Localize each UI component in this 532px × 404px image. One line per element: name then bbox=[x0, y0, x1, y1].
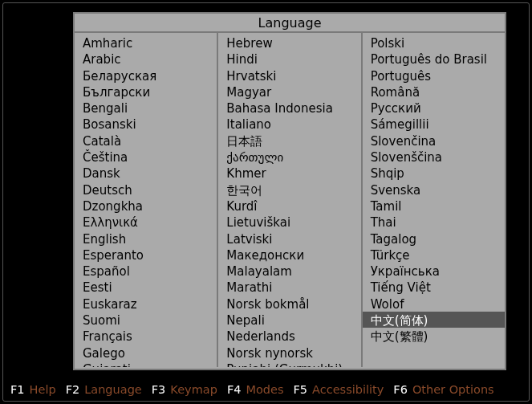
language-option[interactable]: Deutsch bbox=[75, 182, 217, 198]
footer-key-code: F3 bbox=[152, 383, 166, 396]
language-option[interactable]: Euskaraz bbox=[75, 296, 217, 312]
language-option[interactable]: Nepali bbox=[218, 312, 360, 328]
footer-key-f3[interactable]: F3Keymap bbox=[152, 383, 217, 396]
language-option[interactable]: Slovenščina bbox=[363, 149, 505, 165]
language-option[interactable]: Nederlands bbox=[218, 328, 360, 344]
language-option[interactable]: Français bbox=[75, 328, 217, 344]
language-option[interactable]: Esperanto bbox=[75, 247, 217, 263]
language-option[interactable]: Tiếng Việt bbox=[363, 279, 505, 295]
language-option[interactable]: Bengali bbox=[75, 100, 217, 116]
footer-bar: F1HelpF2LanguageF3KeymapF4ModesF5Accessi… bbox=[10, 382, 532, 398]
footer-key-code: F5 bbox=[294, 383, 308, 396]
language-option[interactable]: Wolof bbox=[363, 296, 505, 312]
footer-key-label: Modes bbox=[246, 383, 283, 396]
language-option[interactable]: Hindi bbox=[218, 51, 360, 67]
language-column-2: HebrewHindiHrvatskiMagyarBahasa Indonesi… bbox=[218, 33, 362, 367]
footer-key-label: Keymap bbox=[170, 383, 217, 396]
language-option[interactable]: 日本語 bbox=[218, 133, 360, 149]
language-option[interactable]: Marathi bbox=[218, 279, 360, 295]
language-option[interactable]: Punjabi (Gurmukhi) bbox=[218, 361, 360, 367]
language-option[interactable]: Bahasa Indonesia bbox=[218, 100, 360, 116]
footer-key-f5[interactable]: F5Accessibility bbox=[294, 383, 384, 396]
language-option[interactable]: Hebrew bbox=[218, 35, 360, 51]
footer-key-code: F6 bbox=[393, 383, 408, 396]
language-option[interactable]: Thai bbox=[363, 214, 505, 230]
language-option[interactable]: Català bbox=[75, 133, 217, 149]
footer-key-f4[interactable]: F4Modes bbox=[227, 383, 284, 396]
footer-key-f6[interactable]: F6Other Options bbox=[393, 383, 493, 396]
footer-key-f1[interactable]: F1Help bbox=[10, 383, 56, 396]
footer-key-label: Language bbox=[84, 383, 142, 396]
language-option[interactable]: Tamil bbox=[363, 198, 505, 214]
language-option[interactable]: Suomi bbox=[75, 312, 217, 328]
language-option[interactable]: Malayalam bbox=[218, 263, 360, 279]
language-option[interactable]: Khmer bbox=[218, 165, 360, 181]
panel-title: Language bbox=[75, 14, 505, 33]
language-option[interactable]: Hrvatski bbox=[218, 67, 360, 84]
language-option[interactable]: Български bbox=[75, 84, 217, 100]
language-option[interactable]: Latviski bbox=[218, 231, 360, 247]
language-option[interactable]: English bbox=[75, 231, 217, 247]
language-option[interactable]: Tagalog bbox=[363, 231, 505, 247]
language-option[interactable]: Ελληνικά bbox=[75, 214, 217, 230]
language-option[interactable]: Türkçe bbox=[363, 247, 505, 263]
language-option[interactable]: Kurdî bbox=[218, 198, 360, 214]
language-panel: Language AmharicArabicБеларускаяБългарск… bbox=[73, 12, 506, 370]
language-option[interactable]: 한국어 bbox=[218, 182, 360, 198]
language-option[interactable]: Polski bbox=[363, 35, 505, 51]
language-option[interactable]: Sámegillii bbox=[363, 116, 505, 132]
language-option[interactable]: Norsk bokmål bbox=[218, 296, 360, 312]
language-option[interactable]: Dzongkha bbox=[75, 198, 217, 214]
language-option[interactable]: Magyar bbox=[218, 84, 360, 100]
footer-key-label: Help bbox=[30, 383, 56, 396]
language-option[interactable]: 中文(简体) bbox=[363, 312, 505, 328]
footer-key-code: F2 bbox=[66, 383, 80, 396]
language-option[interactable]: Amharic bbox=[75, 35, 217, 51]
language-option[interactable]: Arabic bbox=[75, 51, 217, 67]
language-option[interactable]: Español bbox=[75, 263, 217, 279]
language-option[interactable]: Македонски bbox=[218, 247, 360, 263]
language-option[interactable]: Italiano bbox=[218, 116, 360, 132]
footer-key-code: F1 bbox=[10, 383, 25, 396]
language-option[interactable]: Čeština bbox=[75, 149, 217, 165]
footer-key-label: Other Options bbox=[412, 383, 494, 396]
language-option[interactable]: Română bbox=[363, 84, 505, 100]
language-option[interactable]: Slovenčina bbox=[363, 133, 505, 149]
footer-key-f2[interactable]: F2Language bbox=[66, 383, 142, 396]
language-option[interactable]: Shqip bbox=[363, 165, 505, 181]
language-option[interactable]: Gujarati bbox=[75, 361, 217, 367]
language-column-1: AmharicArabicБеларускаяБългарскиBengaliB… bbox=[75, 33, 218, 367]
language-option[interactable]: 中文(繁體) bbox=[363, 328, 505, 344]
language-option[interactable]: Dansk bbox=[75, 165, 217, 181]
language-option[interactable]: Norsk nynorsk bbox=[218, 345, 360, 361]
language-option[interactable]: Svenska bbox=[363, 182, 505, 198]
language-option[interactable]: Bosanski bbox=[75, 116, 217, 132]
language-option[interactable]: Português bbox=[363, 67, 505, 84]
language-option[interactable]: Беларуская bbox=[75, 67, 217, 84]
language-option[interactable]: Українська bbox=[363, 263, 505, 279]
language-option[interactable]: Português do Brasil bbox=[363, 51, 505, 67]
language-option[interactable]: Lietuviškai bbox=[218, 214, 360, 230]
language-columns: AmharicArabicБеларускаяБългарскиBengaliB… bbox=[75, 33, 505, 367]
language-option[interactable]: Galego bbox=[75, 345, 217, 361]
language-option[interactable]: Eesti bbox=[75, 279, 217, 295]
footer-key-label: Accessibility bbox=[312, 383, 384, 396]
language-column-3: PolskiPortuguês do BrasilPortuguêsRomână… bbox=[363, 33, 505, 367]
footer-key-code: F4 bbox=[227, 383, 242, 396]
language-option[interactable]: ქართული bbox=[218, 149, 360, 165]
language-option[interactable]: Русский bbox=[363, 100, 505, 116]
